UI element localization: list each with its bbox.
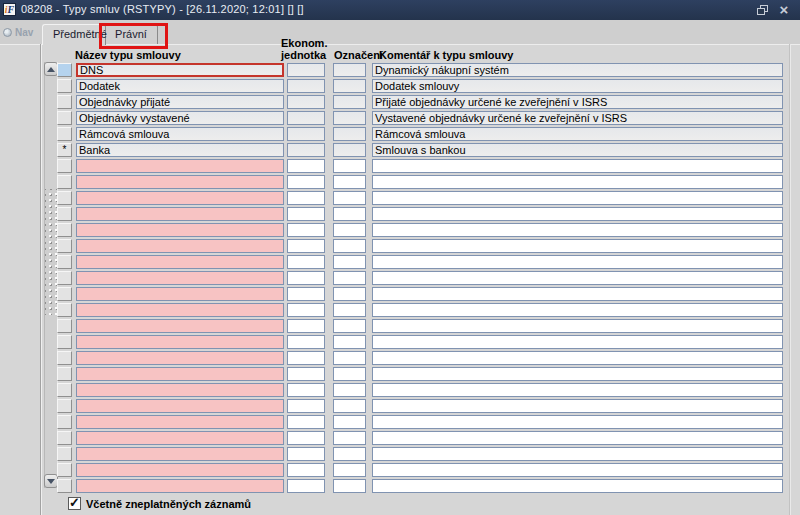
economic-unit-field[interactable] [287, 367, 325, 381]
comment-field[interactable]: Dodatek smlouvy [372, 79, 783, 93]
row-selector[interactable] [57, 207, 72, 221]
economic-unit-field[interactable] [287, 95, 325, 109]
economic-unit-field[interactable] [287, 271, 325, 285]
mark-field[interactable] [333, 463, 366, 477]
row-selector[interactable] [57, 159, 72, 173]
row-selector[interactable] [57, 287, 72, 301]
comment-field[interactable]: Smlouva s bankou [372, 143, 783, 157]
economic-unit-field[interactable] [287, 463, 325, 477]
economic-unit-field[interactable] [287, 127, 325, 141]
economic-unit-field[interactable] [287, 303, 325, 317]
mark-field[interactable] [333, 175, 366, 189]
comment-field[interactable] [372, 303, 783, 317]
row-selector[interactable] [57, 431, 72, 445]
mark-field[interactable] [333, 95, 366, 109]
mark-field[interactable] [333, 271, 366, 285]
comment-field[interactable] [372, 431, 783, 445]
mark-field[interactable] [333, 191, 366, 205]
row-selector[interactable] [57, 319, 72, 333]
comment-field[interactable] [372, 271, 783, 285]
comment-field[interactable] [372, 479, 783, 493]
comment-field[interactable] [372, 239, 783, 253]
row-selector[interactable] [57, 127, 72, 141]
comment-field[interactable] [372, 319, 783, 333]
mark-field[interactable] [333, 319, 366, 333]
contract-type-name-field[interactable]: Banka [76, 143, 284, 157]
mark-field[interactable] [333, 399, 366, 413]
mark-field[interactable] [333, 143, 366, 157]
contract-type-name-field[interactable] [76, 431, 284, 445]
contract-type-name-field[interactable]: Objednávky přijaté [76, 95, 284, 109]
economic-unit-field[interactable] [287, 447, 325, 461]
economic-unit-field[interactable] [287, 111, 325, 125]
economic-unit-field[interactable] [287, 399, 325, 413]
economic-unit-field[interactable] [287, 383, 325, 397]
mark-field[interactable] [333, 159, 366, 173]
record-scrollbar-thumb[interactable] [45, 189, 57, 315]
contract-type-name-field[interactable] [76, 335, 284, 349]
row-selector[interactable] [57, 255, 72, 269]
scroll-up-button[interactable] [44, 62, 58, 76]
contract-type-name-field[interactable] [76, 239, 284, 253]
comment-field[interactable] [372, 463, 783, 477]
economic-unit-field[interactable] [287, 207, 325, 221]
comment-field[interactable]: Vystavené objednávky určené ke zveřejněn… [372, 111, 783, 125]
row-selector[interactable] [57, 415, 72, 429]
comment-field[interactable] [372, 191, 783, 205]
row-selector[interactable] [57, 239, 72, 253]
contract-type-name-field[interactable]: Rámcová smlouva [76, 127, 284, 141]
row-selector[interactable] [57, 351, 72, 365]
economic-unit-field[interactable] [287, 175, 325, 189]
contract-type-name-field[interactable] [76, 175, 284, 189]
contract-type-name-field[interactable]: Objednávky vystavené [76, 111, 284, 125]
comment-field[interactable]: Rámcová smlouva [372, 127, 783, 141]
mark-field[interactable] [333, 127, 366, 141]
mark-field[interactable] [333, 223, 366, 237]
contract-type-name-field[interactable] [76, 479, 284, 493]
mark-field[interactable] [333, 287, 366, 301]
economic-unit-field[interactable] [287, 479, 325, 493]
contract-type-name-field[interactable] [76, 351, 284, 365]
mark-field[interactable] [333, 239, 366, 253]
comment-field[interactable] [372, 159, 783, 173]
contract-type-name-field[interactable] [76, 303, 284, 317]
economic-unit-field[interactable] [287, 239, 325, 253]
contract-type-name-field[interactable] [76, 463, 284, 477]
comment-field[interactable] [372, 415, 783, 429]
economic-unit-field[interactable] [287, 191, 325, 205]
contract-type-name-field[interactable] [76, 287, 284, 301]
row-selector[interactable] [57, 191, 72, 205]
mark-field[interactable] [333, 479, 366, 493]
mark-field[interactable] [333, 447, 366, 461]
mark-field[interactable] [333, 207, 366, 221]
economic-unit-field[interactable] [287, 351, 325, 365]
scroll-down-button[interactable] [44, 474, 58, 488]
row-selector[interactable] [57, 95, 72, 109]
comment-field[interactable] [372, 447, 783, 461]
row-selector[interactable] [57, 271, 72, 285]
row-selector[interactable] [57, 463, 72, 477]
tab-pravni[interactable]: Právní [104, 24, 158, 44]
comment-field[interactable] [372, 255, 783, 269]
mark-field[interactable] [333, 79, 366, 93]
economic-unit-field[interactable] [287, 255, 325, 269]
economic-unit-field[interactable] [287, 415, 325, 429]
contract-type-name-field[interactable] [76, 191, 284, 205]
comment-field[interactable] [372, 175, 783, 189]
comment-field[interactable]: Přijaté objednávky určené ke zveřejnění … [372, 95, 783, 109]
contract-type-name-field[interactable] [76, 399, 284, 413]
contract-type-name-field[interactable] [76, 207, 284, 221]
contract-type-name-field[interactable] [76, 223, 284, 237]
economic-unit-field[interactable] [287, 319, 325, 333]
comment-field[interactable] [372, 207, 783, 221]
mark-field[interactable] [333, 367, 366, 381]
include-invalid-checkbox[interactable]: ✓ [68, 497, 81, 510]
contract-type-name-field[interactable] [76, 447, 284, 461]
contract-type-name-field[interactable]: Dodatek [76, 79, 284, 93]
nav-button[interactable]: Nav [3, 25, 37, 40]
mark-field[interactable] [333, 383, 366, 397]
contract-type-name-field[interactable]: DNS [76, 63, 284, 77]
comment-field[interactable] [372, 287, 783, 301]
contract-type-name-field[interactable] [76, 319, 284, 333]
contract-type-name-field[interactable] [76, 415, 284, 429]
